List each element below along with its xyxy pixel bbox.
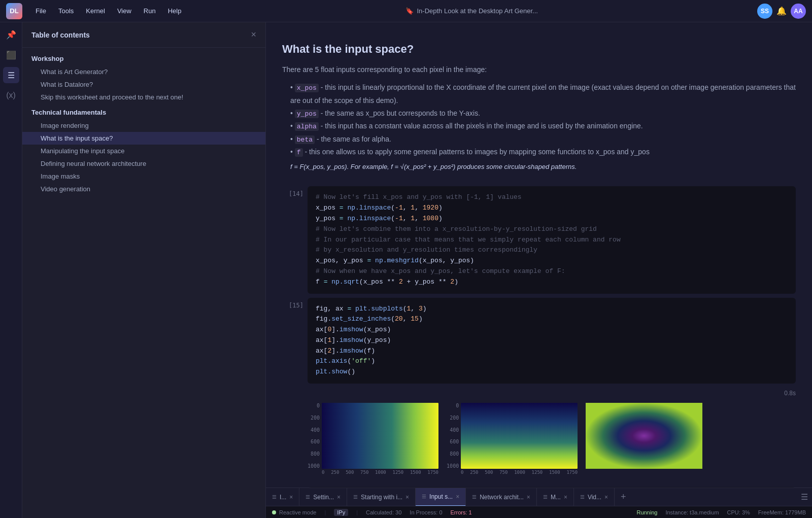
in-process-status: In Process: 0: [410, 509, 442, 515]
cell-15-timing: 0.8s: [282, 388, 796, 399]
svg-rect-0: [322, 403, 438, 469]
bottom-tabs: ☰ I... × ☰ Settin... × ☰ Starting with i…: [266, 488, 812, 506]
code-block-14[interactable]: # Now let's fill x_pos and y_pos with [-…: [308, 186, 796, 293]
menu-file[interactable]: File: [30, 5, 51, 17]
reactive-dot: [272, 510, 276, 514]
toc-section-workshop: Workshop: [22, 52, 265, 65]
chart2-y-labels: 0 200 400 600 800 1000: [447, 403, 459, 469]
bullet-beta: beta - the same as for alpha.: [290, 133, 796, 146]
chart2-with-labels: 0 200 400 600 800 1000: [447, 403, 578, 469]
menu-kernel[interactable]: Kernel: [81, 5, 110, 17]
toc-content: Workshop What is Art Generator? What is …: [22, 48, 265, 518]
tab-network[interactable]: ☰ Network archit... ×: [466, 488, 537, 506]
bullet-ypos: y_pos - the same as x_pos but correspond…: [290, 107, 796, 120]
toc-item-video-generation[interactable]: Video generation: [22, 183, 265, 195]
code-line-15-6: plt.axis('off'): [316, 356, 788, 367]
toc-item-manipulating[interactable]: Manipulating the input space: [22, 145, 265, 157]
app-logo: DL: [6, 3, 22, 19]
formula-paragraph: f = F(x_pos, y_pos). For example, f = √(…: [282, 162, 796, 172]
tab-menu-button[interactable]: ☰: [797, 488, 812, 506]
toc-item-input-space[interactable]: What is the input space?: [22, 132, 265, 145]
calculated-status: Calculated: 30: [366, 509, 401, 515]
chart-ypos: 0 200 400 600 800 1000: [447, 403, 578, 475]
menu-run[interactable]: Run: [139, 5, 161, 17]
code-alpha: alpha: [295, 122, 319, 131]
toc-item-art-generator[interactable]: What is Art Generator?: [22, 65, 265, 78]
tab-i-close[interactable]: ×: [289, 494, 293, 501]
topbar: DL File Tools Kernel View Run Help 🔖 In-…: [0, 0, 812, 22]
toc-item-datalore[interactable]: What is Datalore?: [22, 78, 265, 91]
avatar-ss[interactable]: SS: [757, 4, 772, 19]
status-separator-1: |: [324, 509, 326, 515]
instance-status: Instance: t3a.medium: [665, 509, 719, 515]
tab-input-close[interactable]: ×: [456, 493, 459, 500]
code-line-15-4: ax[1].imshow(y_pos): [316, 335, 788, 346]
chart2-svg: [461, 403, 578, 469]
code-line-2: x_pos = np.linspace(-1, 1, 1920): [316, 203, 788, 214]
bullet-xpos: x_pos - this input is linearly proportio…: [290, 81, 796, 107]
sidebar-icon-layers[interactable]: ⬛: [3, 47, 19, 63]
svg-rect-2: [586, 403, 702, 469]
chart-f: [586, 403, 702, 469]
section-heading: What is the input space?: [282, 43, 796, 56]
toc-title: Table of contents: [31, 31, 90, 39]
code-line-15-1: fig, ax = plt.subplots(1, 3): [316, 304, 788, 315]
tab-m[interactable]: ☰ M... ×: [537, 488, 574, 506]
bookmark-icon: 🔖: [405, 7, 414, 15]
errors-status: Errors: 1: [451, 509, 472, 515]
toc-header: Table of contents ×: [22, 22, 265, 48]
avatar-aa[interactable]: AA: [791, 4, 806, 19]
code-line-5: # In our particular case that means that…: [316, 235, 788, 246]
tab-vid-close[interactable]: ×: [604, 494, 608, 501]
toc-item-image-rendering[interactable]: Image rendering: [22, 119, 265, 132]
bell-icon[interactable]: 🔔: [776, 6, 787, 16]
tab-settings-icon: ☰: [306, 494, 310, 500]
tab-i[interactable]: ☰ I... ×: [266, 488, 299, 506]
toc-section-technical: Technical fundamentals: [22, 106, 265, 119]
tab-add-button[interactable]: +: [615, 488, 632, 506]
tab-m-icon: ☰: [543, 494, 548, 500]
code-line-7: x_pos, y_pos = np.meshgrid(x_pos, y_pos): [316, 256, 788, 266]
code-block-16[interactable]: # Result is reshaped so it will be more …: [308, 487, 796, 488]
text-cell-input-space: What is the input space? There are 5 flo…: [282, 34, 796, 186]
code-line-15-2: fig.set_size_inches(20, 15): [316, 314, 788, 325]
sidebar-icon-pin[interactable]: 📌: [3, 26, 19, 43]
reactive-mode-indicator[interactable]: Reactive mode: [272, 509, 316, 515]
tab-m-close[interactable]: ×: [564, 494, 567, 501]
kernel-label: IPy: [334, 509, 348, 516]
tab-input-space[interactable]: ☰ Input s... ×: [416, 488, 466, 506]
tab-network-close[interactable]: ×: [527, 494, 530, 501]
code-line-6: # by x_resolution and y_resolution times…: [316, 245, 788, 256]
toc-panel: Table of contents × Workshop What is Art…: [22, 22, 266, 518]
tab-input-icon: ☰: [422, 494, 426, 499]
cell-14-number: [14]: [282, 186, 308, 293]
code-cell-16: [16] # Result is reshaped so it will be …: [282, 487, 796, 488]
statusbar: Reactive mode | IPy | Calculated: 30 In …: [266, 506, 812, 518]
formula-text: f = F(x_pos, y_pos). For example, f = √(…: [290, 163, 577, 170]
tab-settings[interactable]: ☰ Settin... ×: [299, 488, 347, 506]
reactive-label: Reactive mode: [279, 509, 316, 515]
toc-item-neural-network[interactable]: Defining neural network architecture: [22, 157, 265, 170]
code-ypos: y_pos: [295, 110, 319, 118]
status-right: Running Instance: t3a.medium CPU: 3% Fre…: [636, 509, 806, 515]
sidebar-icon-vars[interactable]: (x): [3, 87, 19, 103]
sidebar-icon-toc[interactable]: ☰: [3, 67, 19, 83]
menu-view[interactable]: View: [112, 5, 137, 17]
tab-starting-close[interactable]: ×: [405, 494, 409, 501]
tab-vid[interactable]: ☰ Vid... ×: [574, 488, 615, 506]
toc-item-skip[interactable]: Skip this worksheet and proceed to the n…: [22, 91, 265, 103]
tab-starting[interactable]: ☰ Starting with i... ×: [347, 488, 416, 506]
notebook-title: 🔖 In-Depth Look at the Desktop Art Gener…: [194, 7, 749, 15]
code-f: f: [295, 148, 303, 157]
main-layout: 📌 ⬛ ☰ (x) Table of contents × Workshop W…: [0, 22, 812, 518]
tab-settings-close[interactable]: ×: [337, 494, 341, 501]
menu-help[interactable]: Help: [163, 5, 187, 17]
menu-tools[interactable]: Tools: [53, 5, 79, 17]
content-area: What is the input space? There are 5 flo…: [266, 22, 812, 518]
tab-i-label: I...: [280, 494, 286, 501]
status-separator-2: |: [356, 509, 358, 515]
code-block-15[interactable]: fig, ax = plt.subplots(1, 3) fig.set_siz…: [308, 298, 796, 384]
toc-item-image-masks[interactable]: Image masks: [22, 170, 265, 183]
code-line-15-7: plt.show(): [316, 367, 788, 377]
toc-close-button[interactable]: ×: [251, 29, 256, 40]
